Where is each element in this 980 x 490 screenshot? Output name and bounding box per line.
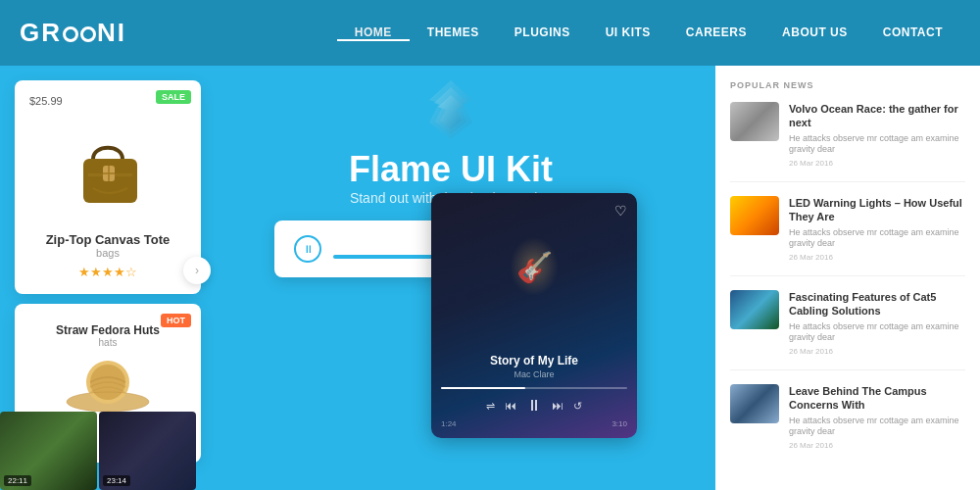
popular-news-heading: POPULAR NEWS <box>730 80 965 90</box>
play-pause-icon[interactable]: ⏸ <box>526 397 542 415</box>
product-stars: ★★★★☆ <box>29 265 186 279</box>
news-thumb-2 <box>730 196 779 235</box>
music-artist: Mac Clare <box>514 369 554 379</box>
music-player-bg: ♡ 🎸 Story of My Life Mac Clare ⇌ ⏮ ⏸ ⏭ ↺… <box>431 193 637 438</box>
music-progress-track[interactable] <box>441 387 627 389</box>
hat-icon <box>64 358 152 416</box>
nav-home[interactable]: HOME <box>337 25 410 41</box>
thumb-time-2: 23:14 <box>103 475 130 486</box>
nav-plugins[interactable]: PLUGINS <box>497 25 588 41</box>
nav-uikits[interactable]: UI KITS <box>588 25 668 41</box>
news-headline-1: Volvo Ocean Race: the gather for next <box>789 102 965 130</box>
music-time-total: 3:10 <box>612 419 627 428</box>
music-scene: 🎸 <box>431 193 637 340</box>
news-thumb-1 <box>730 102 779 141</box>
next-icon[interactable]: ⏭ <box>552 399 564 413</box>
thumbnail-2[interactable]: 23:14 <box>99 412 196 490</box>
news-headline-3: Fascinating Features of Cat5 Cabling Sol… <box>789 290 965 318</box>
product-category-2: hats <box>29 337 186 348</box>
product-card-1: $25.99 SALE Zip-Top Canvas Tote bags ★★★… <box>15 80 201 294</box>
news-thumb-3 <box>730 290 779 329</box>
news-item-2: LED Warning Lights – How Useful They Are… <box>730 196 965 276</box>
music-player: ♡ 🎸 Story of My Life Mac Clare ⇌ ⏮ ⏸ ⏭ ↺… <box>431 193 637 438</box>
header: GRNI HOME THEMES PLUGINS UI KITS CAREERS… <box>0 0 980 66</box>
main-area: Flame UI Kit Stand out with the site tha… <box>0 66 980 490</box>
sale-badge: SALE <box>156 90 191 104</box>
thumb-time-1: 22:11 <box>4 475 31 486</box>
product-name: Zip-Top Canvas Tote <box>29 232 186 247</box>
product-image <box>29 115 186 222</box>
repeat-icon[interactable]: ↺ <box>573 400 582 413</box>
news-content-1: Volvo Ocean Race: the gather for next He… <box>789 102 965 168</box>
pause-button[interactable] <box>294 235 321 263</box>
news-content-3: Fascinating Features of Cat5 Cabling Sol… <box>789 290 965 356</box>
flame-logo-icon <box>421 75 480 144</box>
prev-icon[interactable]: ⏮ <box>505 399 516 413</box>
news-headline-2: LED Warning Lights – How Useful They Are <box>789 196 965 224</box>
nav-contact[interactable]: CONTACT <box>865 25 960 41</box>
news-date-1: 26 Mar 2016 <box>789 159 965 168</box>
news-date-2: 26 Mar 2016 <box>789 253 965 262</box>
left-panel: $25.99 SALE Zip-Top Canvas Tote bags ★★★… <box>0 66 216 467</box>
news-headline-4: Leave Behind The Campus Concerns With <box>789 384 965 413</box>
news-item-1: Volvo Ocean Race: the gather for next He… <box>730 102 965 182</box>
news-item-4: Leave Behind The Campus Concerns With He… <box>730 384 965 464</box>
news-desc-1: He attacks observe mr cottage am examine… <box>789 133 965 156</box>
news-item-3: Fascinating Features of Cat5 Cabling Sol… <box>730 290 965 370</box>
main-nav: HOME THEMES PLUGINS UI KITS CAREERS ABOU… <box>337 25 960 41</box>
news-thumb-4 <box>730 384 779 423</box>
music-title: Story of My Life <box>490 354 578 368</box>
music-progress-fill <box>441 387 525 389</box>
thumbnail-row: 22:11 23:14 <box>0 412 196 490</box>
hero-title: Flame UI Kit <box>349 149 553 190</box>
news-desc-2: He attacks observe mr cottage am examine… <box>789 227 965 250</box>
right-panel: POPULAR NEWS Volvo Ocean Race: the gathe… <box>715 66 980 490</box>
music-figure-icon: 🎸 <box>510 237 559 296</box>
nav-careers[interactable]: CAREERS <box>668 25 764 41</box>
music-time-row: 1:24 3:10 <box>441 419 627 428</box>
hot-badge: HOT <box>161 314 191 327</box>
news-desc-4: He attacks observe mr cottage am examine… <box>789 416 965 438</box>
nav-aboutus[interactable]: ABOUT US <box>764 25 865 41</box>
nav-themes[interactable]: THEMES <box>410 25 497 41</box>
thumbnail-1[interactable]: 22:11 <box>0 412 97 490</box>
music-time-current: 1:24 <box>441 419 457 428</box>
music-controls[interactable]: ⇌ ⏮ ⏸ ⏭ ↺ <box>486 397 582 415</box>
news-content-2: LED Warning Lights – How Useful They Are… <box>789 196 965 262</box>
product-category: bags <box>29 247 186 259</box>
news-date-4: 26 Mar 2016 <box>789 441 965 450</box>
news-content-4: Leave Behind The Campus Concerns With He… <box>789 384 965 450</box>
logo: GRNI <box>20 18 126 48</box>
handbag-icon <box>64 124 152 213</box>
news-desc-3: He attacks observe mr cottage am examine… <box>789 321 965 344</box>
news-date-3: 26 Mar 2016 <box>789 347 965 356</box>
next-arrow-button[interactable]: › <box>183 257 211 284</box>
shuffle-icon[interactable]: ⇌ <box>486 400 495 413</box>
